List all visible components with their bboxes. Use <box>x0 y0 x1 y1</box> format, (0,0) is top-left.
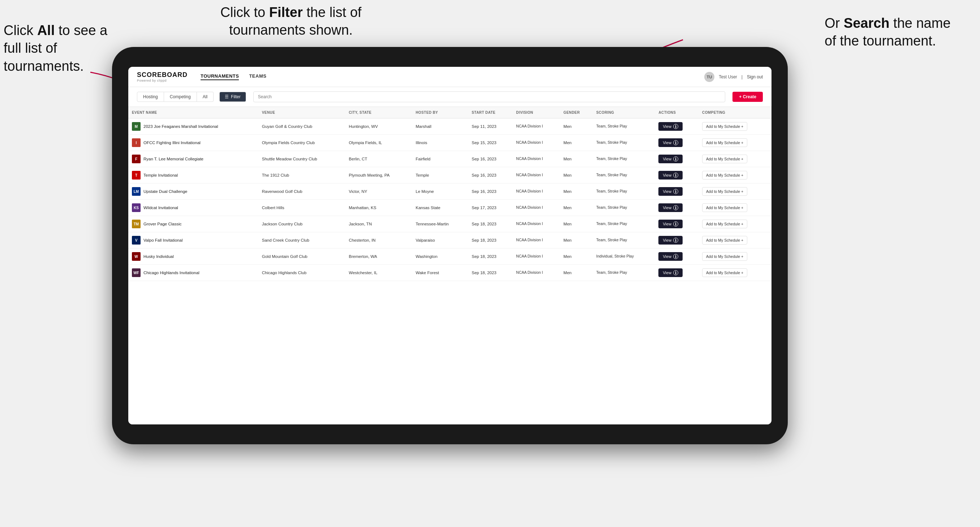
start-date-cell: Sep 11, 2023 <box>468 119 512 135</box>
info-icon: ℹ <box>673 254 678 259</box>
add-schedule-button[interactable]: Add to My Schedule + <box>702 155 747 163</box>
col-division: DIVISION <box>512 107 560 119</box>
tournaments-table: EVENT NAME VENUE CITY, STATE HOSTED BY S… <box>128 107 772 281</box>
logo-sub: Powered by clippd <box>137 79 188 83</box>
col-event-name: EVENT NAME <box>128 107 258 119</box>
team-logo: KS <box>132 203 140 212</box>
venue-cell: Ravenwood Golf Club <box>258 184 345 200</box>
view-button[interactable]: View ℹ <box>659 252 682 261</box>
scoring-cell: Team, Stroke Play <box>593 200 655 216</box>
venue-cell: Gold Mountain Golf Club <box>258 249 345 265</box>
add-schedule-button[interactable]: Add to My Schedule + <box>702 203 747 212</box>
view-button[interactable]: View ℹ <box>659 138 682 147</box>
filter-button[interactable]: ☰ Filter <box>220 92 246 102</box>
create-button[interactable]: + Create <box>732 92 763 102</box>
event-name-cell: KS Wildcat Invitational <box>128 200 258 216</box>
add-schedule-button[interactable]: Add to My Schedule + <box>702 252 747 261</box>
division-cell: NCAA Division I <box>512 135 560 151</box>
filter-icon: ☰ <box>225 94 229 99</box>
team-logo: WF <box>132 268 140 277</box>
scoring-cell: Team, Stroke Play <box>593 265 655 281</box>
hosted-by-cell: Fairfield <box>412 151 468 167</box>
competing-cell: Add to My Schedule + <box>698 151 772 167</box>
scoring-cell: Team, Stroke Play <box>593 151 655 167</box>
signout-link[interactable]: Sign out <box>747 75 763 79</box>
annotation-topcenter: Click to Filter the list of tournaments … <box>195 3 387 40</box>
app-header: SCOREBOARD Powered by clippd TOURNAMENTS… <box>128 67 772 87</box>
nav-tab-tournaments[interactable]: TOURNAMENTS <box>200 73 239 80</box>
team-logo: TM <box>132 220 140 228</box>
toolbar: Hosting Competing All ☰ Filter + Create <box>128 87 772 107</box>
division-cell: NCAA Division I <box>512 184 560 200</box>
division-cell: NCAA Division I <box>512 249 560 265</box>
view-button[interactable]: View ℹ <box>659 171 682 179</box>
view-button[interactable]: View ℹ <box>659 268 682 277</box>
scoring-cell: Team, Stroke Play <box>593 184 655 200</box>
event-name-cell: V Valpo Fall Invitational <box>128 232 258 249</box>
event-name-text: Husky Individual <box>143 254 174 259</box>
competing-cell: Add to My Schedule + <box>698 167 772 184</box>
actions-cell: View ℹ <box>655 151 698 167</box>
hosted-by-cell: Le Moyne <box>412 184 468 200</box>
scoring-cell: Individual, Stroke Play <box>593 249 655 265</box>
gender-cell: Men <box>560 232 593 249</box>
avatar: TU <box>704 72 714 82</box>
scoring-cell: Team, Stroke Play <box>593 167 655 184</box>
filter-btn-group: Hosting Competing All <box>137 92 213 102</box>
col-scoring: SCORING <box>593 107 655 119</box>
info-icon: ℹ <box>673 189 678 194</box>
add-schedule-button[interactable]: Add to My Schedule + <box>702 187 747 196</box>
view-button[interactable]: View ℹ <box>659 122 682 131</box>
competing-cell: Add to My Schedule + <box>698 249 772 265</box>
add-schedule-button[interactable]: Add to My Schedule + <box>702 236 747 244</box>
nav-tab-teams[interactable]: TEAMS <box>249 73 266 80</box>
add-schedule-button[interactable]: Add to My Schedule + <box>702 220 747 228</box>
team-logo: F <box>132 155 140 163</box>
start-date-cell: Sep 17, 2023 <box>468 200 512 216</box>
hosted-by-cell: Kansas State <box>412 200 468 216</box>
start-date-cell: Sep 15, 2023 <box>468 135 512 151</box>
view-button[interactable]: View ℹ <box>659 236 682 244</box>
actions-cell: View ℹ <box>655 216 698 232</box>
add-schedule-button[interactable]: Add to My Schedule + <box>702 138 747 147</box>
col-hosted-by: HOSTED BY <box>412 107 468 119</box>
actions-cell: View ℹ <box>655 135 698 151</box>
info-icon: ℹ <box>673 221 678 227</box>
division-cell: NCAA Division I <box>512 216 560 232</box>
annotation-topright: Or Search the name of the tournament. <box>825 14 962 50</box>
info-icon: ℹ <box>673 205 678 210</box>
actions-cell: View ℹ <box>655 184 698 200</box>
actions-cell: View ℹ <box>655 232 698 249</box>
col-competing: COMPETING <box>698 107 772 119</box>
table-row: KS Wildcat Invitational Colbert Hills Ma… <box>128 200 772 216</box>
separator: | <box>741 75 743 79</box>
event-name-cell: TM Grover Page Classic <box>128 216 258 232</box>
all-tab[interactable]: All <box>197 92 213 102</box>
view-button[interactable]: View ℹ <box>659 155 682 163</box>
actions-cell: View ℹ <box>655 249 698 265</box>
col-start-date: START DATE <box>468 107 512 119</box>
search-input[interactable] <box>253 91 725 102</box>
event-name-cell: W Husky Individual <box>128 249 258 265</box>
add-schedule-button[interactable]: Add to My Schedule + <box>702 268 747 277</box>
actions-cell: View ℹ <box>655 265 698 281</box>
start-date-cell: Sep 18, 2023 <box>468 265 512 281</box>
table-row: T Temple Invitational The 1912 Club Plym… <box>128 167 772 184</box>
hosted-by-cell: Valparaiso <box>412 232 468 249</box>
tablet-screen: SCOREBOARD Powered by clippd TOURNAMENTS… <box>128 67 772 424</box>
city-state-cell: Jackson, TN <box>345 216 412 232</box>
col-actions: ACTIONS <box>655 107 698 119</box>
event-name-cell: I OFCC Fighting Illini Invitational <box>128 135 258 151</box>
add-schedule-button[interactable]: Add to My Schedule + <box>702 171 747 179</box>
add-schedule-button[interactable]: Add to My Schedule + <box>702 122 747 131</box>
hosting-tab[interactable]: Hosting <box>137 92 164 102</box>
view-button[interactable]: View ℹ <box>659 203 682 212</box>
annotation-topleft: Click All to see a full list of tourname… <box>3 22 108 75</box>
event-name-text: Chicago Highlands Invitational <box>143 270 199 276</box>
view-button[interactable]: View ℹ <box>659 220 682 228</box>
gender-cell: Men <box>560 119 593 135</box>
competing-tab[interactable]: Competing <box>164 92 197 102</box>
table-row: WF Chicago Highlands Invitational Chicag… <box>128 265 772 281</box>
view-button[interactable]: View ℹ <box>659 187 682 196</box>
table-header-row: EVENT NAME VENUE CITY, STATE HOSTED BY S… <box>128 107 772 119</box>
